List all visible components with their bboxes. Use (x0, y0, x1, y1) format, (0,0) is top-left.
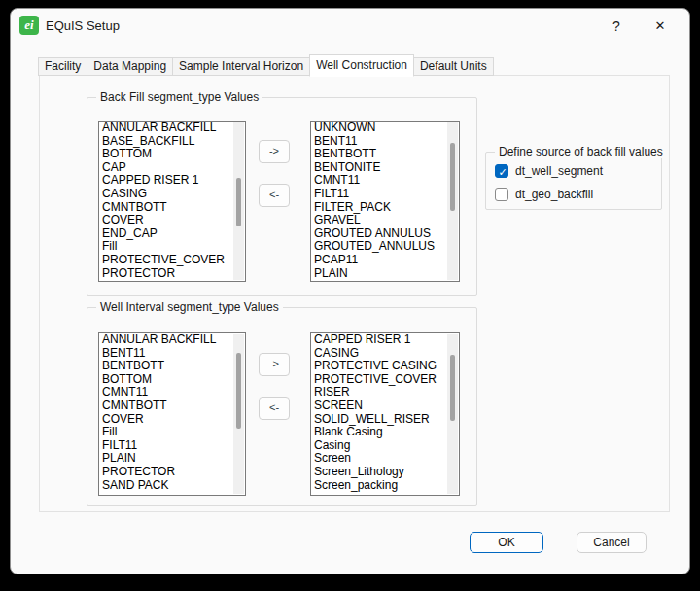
list-option[interactable]: Fill (99, 426, 245, 439)
screenshot-background: ei EQuIS Setup ? ✕ Facility Data Mapping… (0, 0, 700, 591)
scrollbar-thumb[interactable] (236, 353, 241, 429)
source-group-title: Define source of back fill values (495, 145, 667, 158)
back-fill-move-left-button[interactable]: <- (259, 184, 290, 207)
list-option[interactable]: PCAP11 (311, 254, 459, 267)
list-option[interactable]: GRAVEL (311, 214, 459, 227)
list-option[interactable]: CMNT11 (99, 386, 245, 400)
list-option[interactable]: BENT11 (311, 135, 459, 149)
tab[interactable]: Well Construction (309, 54, 414, 77)
list-option[interactable]: SOLID_WELL_RISER (311, 413, 459, 427)
source-groupbox: Define source of back fill values dt_wel… (485, 152, 662, 210)
list-option[interactable]: ANNULAR BACKFILL (99, 333, 245, 347)
cancel-button[interactable]: Cancel (577, 532, 647, 553)
help-button[interactable]: ? (597, 11, 636, 42)
list-option[interactable]: BOTTOM (99, 148, 245, 161)
tab[interactable]: Default Units (413, 57, 494, 76)
back-fill-selected-listbox[interactable]: UNKNOWNBENT11BENTBOTTBENTONITECMNT11FILT… (310, 121, 460, 282)
list-option[interactable]: SCREEN (311, 400, 459, 413)
tab[interactable]: Sample Interval Horizon (172, 57, 310, 76)
back-fill-move-right-button[interactable]: -> (259, 140, 290, 163)
list-option[interactable]: BOTTOM (99, 373, 245, 387)
checkbox-icon[interactable] (495, 164, 508, 178)
well-interval-group-title: Well Interval segment_type Values (96, 300, 283, 314)
list-option[interactable]: PLAIN (99, 452, 245, 466)
list-option[interactable]: FILT11 (99, 439, 245, 453)
tab[interactable]: Data Mapping (87, 57, 173, 76)
list-option[interactable]: CASING (99, 188, 245, 201)
tab[interactable]: Facility (38, 57, 88, 76)
list-option[interactable]: Screen_packing (311, 479, 459, 493)
scrollbar-thumb[interactable] (450, 143, 455, 211)
vertical-scrollbar[interactable] (233, 334, 244, 494)
list-option[interactable]: ANNULAR BACKFILL (99, 122, 245, 135)
well-interval-move-right-button[interactable]: -> (259, 353, 290, 376)
list-option[interactable]: CASING (311, 347, 459, 361)
list-option[interactable]: PROTECTOR (99, 466, 245, 479)
list-option[interactable]: CMNT11 (311, 174, 459, 188)
scrollbar-thumb[interactable] (450, 355, 455, 421)
well-interval-move-left-button[interactable]: <- (259, 397, 290, 420)
back-fill-group-title: Back Fill segment_type Values (96, 90, 262, 104)
vertical-scrollbar[interactable] (447, 122, 458, 280)
list-option[interactable]: PROTECTIVE CASING (311, 360, 459, 373)
window-title: EQuIS Setup (46, 18, 120, 33)
list-option[interactable]: BENT11 (99, 347, 245, 361)
equis-app-icon: ei (19, 16, 39, 35)
list-option[interactable]: GROUTED ANNULUS (311, 227, 459, 241)
list-option[interactable]: Fill (99, 240, 245, 254)
list-option[interactable]: CMNTBOTT (99, 201, 245, 215)
list-option[interactable]: BENTONITE (311, 161, 459, 175)
list-option[interactable]: FILT11 (311, 188, 459, 201)
back-fill-available-listbox[interactable]: ANNULAR BACKFILLBASE_BACKFILLBOTTOMCAPCA… (98, 121, 246, 282)
list-option[interactable]: Blank Casing (311, 426, 459, 439)
list-option[interactable]: FILTER_PACK (311, 201, 459, 215)
list-option[interactable]: CAP (99, 161, 245, 175)
checkbox-row[interactable]: dt_well_segment (495, 163, 657, 178)
list-option[interactable]: Casing (311, 439, 459, 453)
titlebar[interactable]: ei EQuIS Setup ? ✕ (11, 9, 689, 52)
checkbox-icon[interactable] (495, 188, 508, 201)
well-interval-available-listbox[interactable]: ANNULAR BACKFILLBENT11BENTBOTTBOTTOMCMNT… (98, 332, 246, 496)
list-option[interactable]: COVER (99, 413, 245, 427)
checkbox-row[interactable]: dt_geo_backfill (495, 187, 657, 201)
list-option[interactable]: CAPPED RISER 1 (99, 174, 245, 188)
vertical-scrollbar[interactable] (233, 122, 244, 280)
tab-strip: Facility Data Mapping Sample Interval Ho… (39, 53, 494, 76)
list-option[interactable]: COVER (99, 214, 245, 227)
close-button[interactable]: ✕ (641, 11, 680, 42)
list-option[interactable]: UNKNOWN (311, 122, 459, 135)
checkbox-label: dt_geo_backfill (515, 188, 593, 201)
list-option[interactable]: RISER (311, 386, 459, 400)
ok-button[interactable]: OK (470, 532, 543, 553)
list-option[interactable]: CMNTBOTT (99, 400, 245, 413)
source-checkbox-list: dt_well_segment dt_geo_backfill (495, 163, 657, 210)
well-interval-selected-listbox[interactable]: CAPPED RISER 1CASINGPROTECTIVE CASINGPRO… (310, 332, 460, 496)
list-option[interactable]: GROUTED_ANNULUS (311, 240, 459, 254)
list-option[interactable]: Screen (311, 452, 459, 466)
equis-setup-dialog: ei EQuIS Setup ? ✕ Facility Data Mapping… (10, 8, 690, 574)
list-option[interactable]: END_CAP (99, 227, 245, 241)
list-option[interactable]: BASE_BACKFILL (99, 135, 245, 149)
list-option[interactable]: PLAIN (311, 267, 459, 281)
list-option[interactable]: Screen_Lithology (311, 466, 459, 479)
list-option[interactable]: PROTECTOR (99, 267, 245, 281)
list-option[interactable]: PROTECTIVE_COVER (99, 254, 245, 267)
vertical-scrollbar[interactable] (447, 334, 458, 494)
scrollbar-thumb[interactable] (236, 178, 241, 226)
list-option[interactable]: BENTBOTT (99, 360, 245, 373)
list-option[interactable]: SAND PACK (99, 479, 245, 493)
list-option[interactable]: CAPPED RISER 1 (311, 333, 459, 347)
checkbox-label: dt_well_segment (515, 164, 603, 178)
list-option[interactable]: PROTECTIVE_COVER (311, 373, 459, 387)
list-option[interactable]: BENTBOTT (311, 148, 459, 161)
